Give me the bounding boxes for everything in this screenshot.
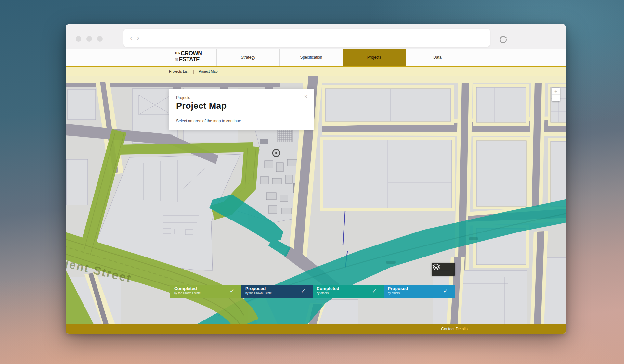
tab-data[interactable]: Data — [406, 49, 469, 66]
contact-details-link[interactable]: Contact Details — [441, 327, 467, 331]
project-map-popup: Projects Project Map Select an area of t… — [169, 89, 314, 130]
check-icon: ✓ — [443, 288, 448, 295]
site-footer: Contact Details — [66, 324, 566, 334]
logo-prefix: THE — [175, 52, 180, 54]
subnav-projects-list[interactable]: Projects List — [169, 69, 188, 73]
legend-proposed-crown-estate[interactable]: Proposed by the Crown Estate ✓ — [241, 285, 313, 298]
forward-icon[interactable]: › — [137, 34, 139, 42]
tab-projects[interactable]: Projects — [343, 49, 406, 66]
subnav-project-map[interactable]: Project Map — [199, 69, 218, 73]
close-icon[interactable]: ✕ — [304, 94, 308, 99]
layers-button[interactable] — [432, 263, 455, 276]
zoom-in-button[interactable]: + — [552, 88, 560, 95]
check-icon: ✓ — [372, 288, 377, 295]
popup-instruction: Select an area of the map to continue... — [176, 119, 244, 123]
logo-line2: ESTATE — [179, 57, 200, 63]
back-icon[interactable]: ‹ — [130, 34, 132, 42]
map-legend: Completed by the Crown Estate ✓ Proposed… — [170, 285, 455, 298]
popup-eyebrow: Projects — [176, 95, 307, 100]
sub-navigation: Projects List | Project Map — [66, 67, 566, 76]
legend-completed-crown-estate[interactable]: Completed by the Crown Estate ✓ — [170, 285, 241, 298]
legend-proposed-others[interactable]: Proposed by others ✓ — [384, 285, 455, 298]
window-control-maximize[interactable] — [97, 36, 103, 42]
browser-chrome: ‹ › — [66, 24, 566, 49]
zoom-out-button[interactable]: − — [552, 95, 560, 102]
address-bar[interactable]: ‹ › — [124, 29, 490, 47]
tab-specification[interactable]: Specification — [280, 49, 343, 66]
check-icon: ✓ — [230, 288, 234, 295]
map-zoom-control: + − — [552, 88, 560, 101]
tab-strategy[interactable]: Strategy — [216, 49, 280, 66]
legend-completed-others[interactable]: Completed by others ✓ — [313, 285, 384, 298]
site-navigation: THECROWN ♕ESTATE Strategy Specification … — [66, 49, 566, 66]
subnav-separator: | — [193, 69, 194, 74]
refresh-icon[interactable] — [499, 35, 507, 44]
check-icon: ✓ — [301, 288, 306, 295]
window-control-close[interactable] — [76, 36, 81, 42]
popup-title: Project Map — [176, 101, 307, 111]
crown-estate-logo[interactable]: THECROWN ♕ESTATE — [175, 51, 207, 62]
project-map-canvas[interactable]: Regent Street Projects Project Map Selec… — [66, 76, 566, 324]
logo-line1: CROWN — [181, 51, 202, 56]
window-control-minimize[interactable] — [86, 36, 92, 42]
browser-window: ‹ › THECROWN ♕ESTATE Strategy Specificat… — [66, 24, 566, 334]
crown-icon: ♕ — [175, 57, 179, 62]
